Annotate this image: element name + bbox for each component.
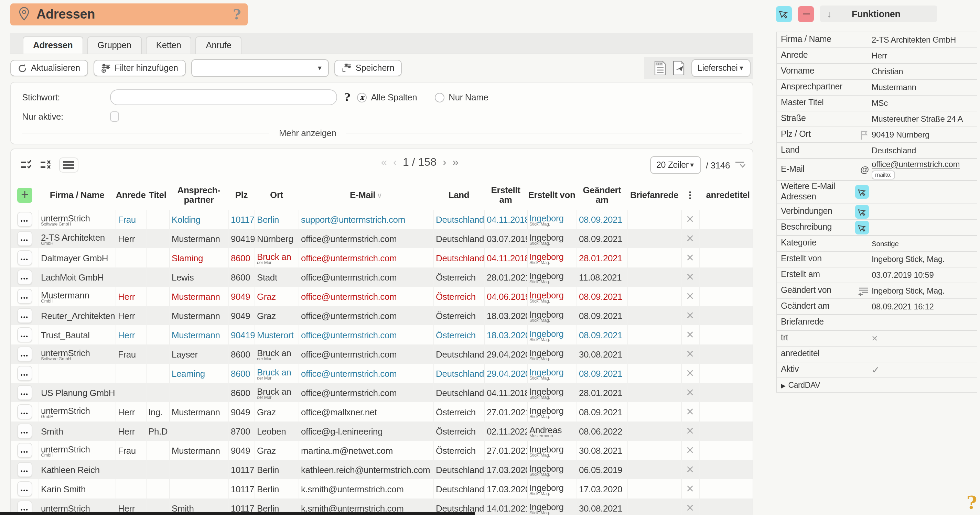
table-row[interactable]: •••untermStrichSoftware GmbHFrauKolding1…	[11, 210, 753, 229]
table-row[interactable]: •••MustermannGmbHHerrMustermann9049Grazo…	[11, 287, 753, 306]
table-header-row: +Firma / NameAnredeTitelAnsprech- partne…	[11, 181, 753, 210]
cursor-open-button[interactable]	[855, 221, 869, 234]
tab-adressen[interactable]: Adressen	[23, 37, 83, 54]
refresh-button[interactable]: Aktualisieren	[10, 60, 88, 76]
scope-all-columns-radio[interactable]: x Alle Spalten	[357, 92, 417, 102]
column-header-email[interactable]: E-Mail∨	[299, 181, 433, 210]
row-menu-button[interactable]: •••	[17, 443, 32, 458]
table-row[interactable]: •••2-TS ArchitektenGmbHHerrMustermann904…	[11, 229, 753, 248]
x-mark-icon: ×	[684, 386, 697, 399]
first-page-button[interactable]: «	[381, 156, 387, 168]
column-header-plz[interactable]: Plz	[228, 181, 255, 210]
show-more-link[interactable]: Mehr anzeigen	[279, 128, 336, 138]
deselect-all-icon[interactable]	[40, 159, 54, 170]
table-row[interactable]: •••Reuter_ArchitektenHerrMustermann9049G…	[11, 306, 753, 325]
row-menu-button[interactable]: •••	[17, 231, 32, 246]
add-filter-button[interactable]: Filter hinzufügen	[93, 60, 186, 76]
row-menu-button[interactable]: •••	[17, 481, 32, 496]
tab-anrufe[interactable]: Anrufe	[196, 37, 242, 54]
addresses-table: +Firma / NameAnredeTitelAnsprech- partne…	[11, 181, 753, 515]
rows-per-page-select[interactable]: 20 Zeilen ▼	[650, 156, 701, 174]
search-help-icon[interactable]: ?	[344, 91, 350, 104]
corner-help-icon[interactable]: ?	[967, 492, 977, 513]
column-header-ansprechpartner[interactable]: Ansprech- partner	[169, 181, 228, 210]
row-menu-button[interactable]: •••	[17, 250, 32, 265]
cell-firma-name: untermStrich	[41, 503, 90, 513]
table-row[interactable]: •••Daltmayer GmbHSlaming8600Bruck ander …	[11, 248, 753, 267]
row-menu-button[interactable]: •••	[17, 347, 32, 362]
scope-name-only-radio[interactable]: Nur Name	[435, 92, 488, 102]
table-row[interactable]: •••untermStrichGmbHFrauMustermann9049Gra…	[11, 441, 753, 460]
x-mark-icon: ×	[684, 347, 697, 361]
column-header-ort[interactable]: Ort	[255, 181, 299, 210]
table-row[interactable]: •••LachMoit GmbHLewis8600Stadtoffice@unt…	[11, 267, 753, 287]
row-menu-button[interactable]: •••	[17, 327, 32, 342]
column-header-anrede[interactable]: Anrede	[116, 181, 146, 210]
cursor-select-button[interactable]	[776, 6, 792, 22]
field-beschreibung: Beschreibung	[777, 220, 977, 236]
field-verbindungen: Verbindungen	[777, 204, 977, 220]
row-menu-button[interactable]: •••	[17, 212, 32, 227]
cell-firma-name: US Planung GmbH	[41, 388, 115, 398]
active-only-checkbox[interactable]	[110, 111, 119, 122]
keyword-label: Stichwort:	[22, 92, 110, 102]
save-button[interactable]: Speichern	[334, 60, 402, 76]
table-row[interactable]: •••Leaming8600Bruck ander Muroffice@unte…	[11, 364, 753, 383]
field-erstellt-von: Erstellt vonIngeborg Stick, Mag.	[777, 252, 977, 267]
row-menu-button[interactable]: •••	[17, 424, 32, 439]
menu-hamburger-icon[interactable]	[59, 157, 78, 173]
csv-export-icon[interactable]: CSV	[654, 60, 667, 76]
row-menu-button[interactable]: •••	[17, 462, 32, 477]
column-header-land[interactable]: Land	[433, 181, 484, 210]
filter-select[interactable]: ▼	[191, 59, 329, 77]
table-row[interactable]: •••Kathleen Reich10117Berlinkathleen.rei…	[11, 460, 753, 479]
table-row[interactable]: •••US Planung GmbH8600Bruck ander Muroff…	[11, 383, 753, 402]
column-header-briefanrede[interactable]: Briefanrede	[627, 181, 681, 210]
remove-minus-button[interactable]	[798, 6, 814, 22]
mailto-chip[interactable]: mailto:	[872, 171, 895, 179]
app-root: Adressen ? AdressenGruppenKettenAnrufe A…	[0, 0, 980, 515]
tab-gruppen[interactable]: Gruppen	[87, 37, 142, 54]
cell-firma-name: Daltmayer GmbH	[41, 253, 108, 263]
prev-page-button[interactable]: ‹	[393, 156, 397, 168]
column-header-erstelltam[interactable]: Erstellt am	[484, 181, 527, 210]
carddav-expander[interactable]: ▶CardDAV	[776, 378, 977, 393]
column-header-anredetitel[interactable]: anredetitel	[699, 181, 753, 210]
delivery-note-select[interactable]: Lieferschein ▼	[691, 59, 751, 77]
filter-sliders-icon	[101, 63, 110, 73]
column-header-erstelltvon[interactable]: Erstellt von	[527, 181, 576, 210]
table-row[interactable]: •••untermStrichSoftware GmbHFrauLayser86…	[11, 345, 753, 364]
row-menu-button[interactable]: •••	[17, 366, 32, 381]
plus-icon[interactable]: +	[17, 188, 32, 203]
add-address-button[interactable]: +	[11, 181, 38, 210]
row-menu-button[interactable]: •••	[17, 308, 32, 323]
pdf-export-icon[interactable]	[672, 60, 686, 76]
detail-sidebar: ↓ Funktionen Firma / Name2-TS Architekte…	[776, 5, 977, 393]
column-header-[interactable]: ⋮	[681, 181, 699, 210]
table-row[interactable]: •••untermStrichGmbHHerrIng.Mustermann904…	[11, 402, 753, 421]
field-vorname: VornameChristian	[777, 64, 977, 80]
email-link[interactable]: office@untermstrich.com	[872, 159, 960, 169]
tab-ketten[interactable]: Ketten	[146, 37, 192, 54]
cursor-open-button[interactable]	[855, 185, 869, 199]
last-page-button[interactable]: »	[452, 156, 458, 168]
help-icon[interactable]: ?	[233, 6, 241, 23]
select-all-icon[interactable]	[21, 159, 34, 170]
row-menu-button[interactable]: •••	[17, 385, 32, 400]
field-anrede: AnredeHerr	[777, 48, 977, 64]
next-page-button[interactable]: ›	[443, 156, 446, 168]
jump-to-end-icon[interactable]	[735, 161, 746, 169]
cursor-open-button[interactable]	[855, 205, 869, 219]
field-weitere-e-mail-adressen: Weitere E-Mail Adressen	[777, 181, 977, 205]
table-row[interactable]: •••Karin Smith10117Berlink.smith@unterms…	[11, 479, 753, 499]
column-header-firmaname[interactable]: Firma / Name	[38, 181, 116, 210]
column-header-titel[interactable]: Titel	[146, 181, 169, 210]
functions-button[interactable]: ↓ Funktionen	[820, 5, 937, 22]
column-header-gendertam[interactable]: Geändert am	[576, 181, 627, 210]
row-menu-button[interactable]: •••	[17, 404, 32, 420]
table-row[interactable]: •••Trust_BautalHerrMustermann90419Muster…	[11, 325, 753, 345]
keyword-input[interactable]	[110, 89, 337, 105]
row-menu-button[interactable]: •••	[17, 289, 32, 304]
table-row[interactable]: •••SmithHerrPh.D8700Leobenoffice@g-l.eni…	[11, 421, 753, 441]
row-menu-button[interactable]: •••	[17, 270, 32, 285]
